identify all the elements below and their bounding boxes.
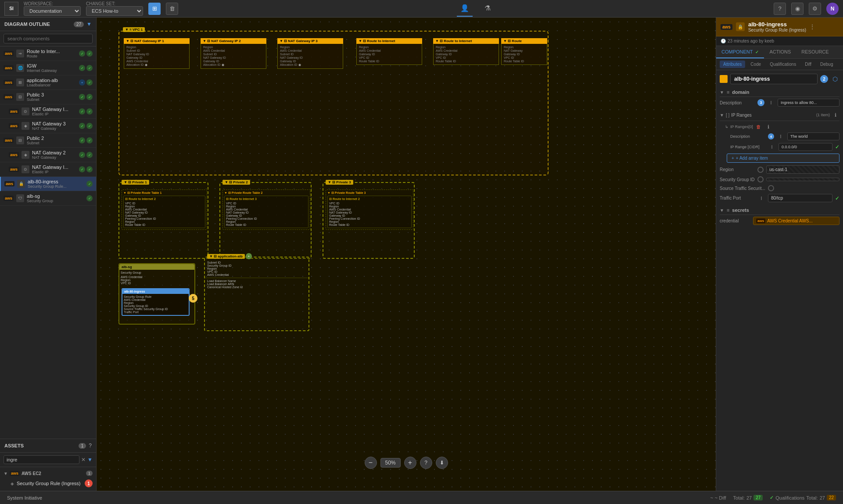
aws-logo: aws [9,167,19,172]
region-circle [757,167,764,173]
ip-range-cidr-value: 0.0.0.0/0 [778,143,832,151]
ip-range-desc-edit[interactable]: I [777,132,785,140]
sgr-icon: 🔒 [17,180,25,188]
right-panel-meta: 🕐 23 minutes ago by keeb [716,36,843,46]
route-internet-node[interactable]: ▼ ⊟ Route to Internet Region AWS Credent… [356,38,422,65]
field: VPC ID [226,202,307,205]
workspace-select[interactable]: Documentation [24,6,81,16]
field: Region [226,220,307,223]
nat-gw-2-node[interactable]: ▼ ⊟ NAT Gateway IP 2 Region AWS Credenti… [201,38,266,69]
tab-resource[interactable]: RESOURCE [796,46,834,58]
sidebar-item-nat2[interactable]: aws ◈ NAT Gateway 2 NAT Gateway ✓ ✓ [0,148,96,162]
sidebar-search-input[interactable] [4,34,93,43]
elastic-ip2-icon: ⊙ [22,165,29,173]
nat2-icon: ◈ [22,151,29,159]
sidebar-filter-icon[interactable]: ▼ [86,21,92,27]
component-name-input[interactable] [730,74,818,84]
ip-range-cidr-edit[interactable]: I [768,143,776,151]
sidebar-item-nat3[interactable]: aws ◈ NAT Gateway 3 NAT Gateway ✓ ✓ [0,119,96,133]
discord-btn[interactable]: ◉ [791,3,804,15]
sidebar-item-alb80[interactable]: aws 🔒 alb-80-ingress Security Group Rule… [0,177,96,191]
sidebar-item-public2[interactable]: aws ⊟ Public 2 Subnet ✓ ✓ [0,133,96,148]
zoom-download-button[interactable]: ⬇ [436,457,448,469]
private-route2[interactable]: ▼ ⊟ Private Route Table 2 ⊟ Route to Int… [222,189,310,230]
field: Region [126,46,187,49]
item-text: NAT Gateway 2 NAT Gateway [32,150,76,160]
status-check2: ✓ [86,137,93,143]
sidebar-item-alb[interactable]: aws ⊞ application-alb Loadbalancer + ✓ [0,75,96,90]
domain-section-header[interactable]: ▼ ≡ domain [720,88,839,97]
right-panel-menu-btn[interactable]: ⋮ [810,24,815,30]
asset-item-sgr[interactable]: ◈ Security Group Rule (Ingress) 1 [0,478,96,489]
assets-group-header[interactable]: ▼ aws AWS EC2 1 [0,469,96,478]
item-status: ✓ ✓ [79,65,93,71]
canvas-area[interactable]: ▼ ≡ VPC 1 ▼ ⊟ NAT Gateway IP 1 Region Su… [97,18,716,491]
attr-name-color [720,75,728,83]
subtab-debug[interactable]: Debug [817,61,836,68]
sidebar-item-route[interactable]: aws ⇒ Route to Inter... Route ✓ ✓ [0,46,96,61]
sidebar-item-igw[interactable]: aws 🌐 IGW Internet Gateway ✓ ✓ [0,61,96,75]
sidebar-item-albsg[interactable]: aws 🛡 alb-sg Security Group ✓ [0,191,96,206]
vpc-label: ▼ ≡ VPC 1 [123,27,145,32]
private-route1[interactable]: ▼ ⊟ Private Route Table 1 ⊟ Route to Int… [122,189,207,230]
status-check: ✓ [86,79,93,86]
diagram-view-btn[interactable]: 👤 [457,1,473,17]
sidebar-item-nat-elastic1[interactable]: aws ⊙ NAT Gateway I... Elastic IP ✓ ✓ [0,104,96,119]
alb-80-ingress-canvas-node[interactable]: alb-80-ingress Security Group Rule AWS C… [122,288,190,316]
traffic-port-edit[interactable]: I [757,194,765,202]
tab-actions[interactable]: ACTIONS [764,46,796,58]
delete-button[interactable]: 🗑 [166,3,178,15]
tab-component[interactable]: COMPONENT ✓ [716,46,764,58]
sidebar-item-public3[interactable]: aws ⊟ Public 3 Subnet ✓ ✓ [0,90,96,104]
sidebar-item-nat-elastic2[interactable]: aws ⊙ NAT Gateway I... Elastic IP ✓ ✓ [0,162,96,177]
field: VPC ID [329,202,410,205]
ip-ranges-0-delete[interactable]: 🗑 [755,123,763,131]
ip-ranges-0-info[interactable]: ℹ [764,123,772,131]
ip-ranges-info-icon[interactable]: ℹ [832,111,839,119]
subtab-attributes[interactable]: Attributes [720,61,745,68]
zoom-out-button[interactable]: − [364,457,377,469]
field: AWS Credential [436,49,496,52]
ip-ranges-toggle[interactable]: ▼ [720,113,724,118]
subtab-diff[interactable]: Diff [801,61,815,68]
field: Region [207,267,306,270]
private-route3[interactable]: ▼ ⊟ Private Route Table 3 ⊟ Route to Int… [326,189,413,230]
field: Gateway ID [280,60,341,63]
right-panel-tabs: COMPONENT ✓ ACTIONS RESOURCE [716,46,843,59]
user-avatar[interactable]: N [826,3,839,15]
settings-btn[interactable]: ⚙ [809,3,821,15]
ip-ranges-label: IP Ranges [731,113,814,118]
field: NAT Gateway ID [125,211,204,214]
ip-range-desc-value: The world [787,132,839,140]
aws-logo: aws [4,196,14,201]
field: VPC ID [359,56,420,59]
assets-search-input[interactable] [4,455,79,464]
assets-count: 1 [79,443,86,449]
layout-button[interactable]: ⊞ [148,3,161,15]
assets-clear-icon[interactable]: ✕ [81,457,86,463]
description-edit-icon[interactable]: I [767,99,775,107]
changeset-select[interactable]: ECS How-to [86,6,143,16]
secrets-section-header[interactable]: ▼ ≡ secrets [720,206,839,215]
app-alb-expand[interactable]: + [246,253,252,259]
qual-label: Qualifications [775,495,804,500]
nat-gw-3-node[interactable]: ▼ ⊟ NAT Gateway IP 3 Region AWS Credenti… [277,38,343,69]
route-internet2-node[interactable]: ▼ ⊟ Route to Internet Region AWS Credent… [433,38,499,65]
route-internet3-node[interactable]: ▼ ⊟ Route Region NAT Gateway Gateway ID … [501,38,547,65]
subtab-qualifications[interactable]: Qualifications [766,61,800,68]
nat-gw-1-label: ▼ ⊟ NAT Gateway IP 1 [126,39,164,43]
nat-gw-1-node[interactable]: ▼ ⊟ NAT Gateway IP 1 Region Subnet ID NA… [124,38,190,69]
ip-range-arrow: ↳ [725,125,728,129]
zoom-in-button[interactable]: + [404,457,416,469]
add-array-item-btn[interactable]: + + Add array item [727,154,839,163]
subtab-code[interactable]: Code [747,61,764,68]
assets-search-container: ✕ ▼ [0,453,96,467]
alb-sg-node[interactable]: alb-sg Security Group AWS Credential Reg… [118,263,195,325]
zoom-help-button[interactable]: ? [420,457,432,469]
beaker-btn[interactable]: ⚗ [480,1,495,17]
assets-help-icon[interactable]: ? [89,443,92,449]
aws-logo: aws [9,152,19,157]
help-btn[interactable]: ? [774,3,786,15]
private-route2-header: ▼ ⊟ Private Route Table 2 [224,191,309,195]
assets-filter-icon[interactable]: ▼ [87,457,93,463]
